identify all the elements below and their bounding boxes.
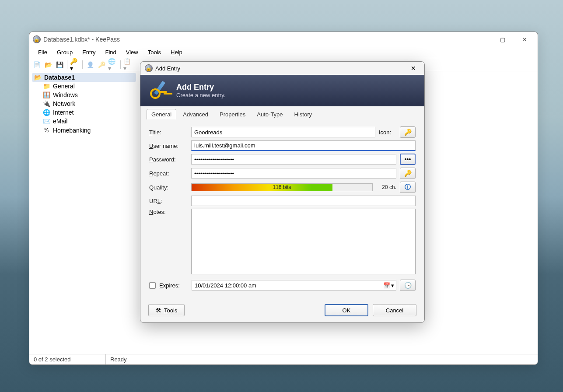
tree-item-label: Windows: [53, 91, 78, 98]
tree-item-label: Network: [53, 100, 75, 107]
folder-open-icon: 📂: [34, 74, 42, 81]
password-field[interactable]: [191, 154, 396, 164]
windows-icon: 🪟: [42, 91, 50, 98]
maximize-button[interactable]: ▢: [493, 33, 512, 46]
tools-icon: 🛠: [156, 307, 161, 314]
cancel-button[interactable]: Cancel: [373, 304, 416, 316]
dialog-close-button[interactable]: ✕: [407, 63, 420, 73]
tab-autotype[interactable]: Auto-Type: [252, 109, 287, 119]
toolbar-copyuser-icon[interactable]: 👤: [85, 60, 95, 70]
label-repeat: Repeat:: [149, 170, 188, 177]
toggle-password-visibility-button[interactable]: •••: [400, 154, 416, 165]
menu-file[interactable]: File: [34, 48, 52, 57]
toolbar-save-icon[interactable]: 💾: [55, 60, 64, 70]
dialog-header-subtitle: Create a new entry.: [176, 92, 225, 98]
label-url: URL:: [149, 198, 188, 204]
toolbar-separator: [120, 60, 121, 69]
ok-button[interactable]: OK: [325, 304, 368, 316]
tree-item-label: Homebanking: [53, 127, 91, 134]
globe-icon: 🌐: [42, 109, 50, 116]
icon-picker-button[interactable]: 🔑: [400, 126, 416, 138]
close-button[interactable]: ✕: [515, 33, 534, 46]
tree-item-label: Internet: [53, 109, 73, 116]
tree-item-email[interactable]: ✉️ eMail: [41, 117, 136, 126]
tree-item-label: eMail: [53, 118, 67, 125]
tree-item-internet[interactable]: 🌐 Internet: [41, 108, 136, 117]
label-password: Password:: [149, 156, 188, 163]
tab-general[interactable]: General: [147, 109, 176, 119]
menubar: File Group Entry Find View Tools Help: [29, 47, 538, 58]
title-field[interactable]: [191, 127, 375, 137]
menu-view[interactable]: View: [122, 48, 143, 57]
dots-icon: •••: [405, 156, 411, 163]
key-icon: 🔑: [404, 129, 412, 136]
main-titlebar: 🔒 Database1.kdbx* - KeePass — ▢ ✕: [29, 32, 538, 47]
quality-bar: 116 bits: [191, 183, 373, 191]
tree-item-general[interactable]: 📁 General: [41, 82, 136, 91]
toolbar-copypass-icon[interactable]: 🔑: [97, 60, 106, 70]
tools-button-label: Tools: [164, 307, 177, 314]
tree-root-label: Database1: [44, 74, 75, 81]
url-field[interactable]: [191, 196, 416, 206]
expires-preset-button[interactable]: 🕒: [400, 280, 416, 291]
minimize-button[interactable]: —: [471, 33, 490, 46]
dialog-tabs: General Advanced Properties Auto-Type Hi…: [140, 106, 424, 119]
quality-char-count: 20 ch.: [376, 184, 396, 190]
dialog-header: Add Entry Create a new entry.: [140, 75, 424, 106]
info-icon: ⓘ: [405, 183, 411, 191]
tree-item-label: General: [53, 83, 75, 90]
key-pencil-icon: [148, 80, 170, 102]
menu-help[interactable]: Help: [166, 48, 187, 57]
keepass-app-icon: 🔒: [33, 35, 41, 43]
toolbar-url-icon[interactable]: 🌐▾: [108, 60, 118, 70]
expires-value: 10/01/2024 12:00:00 am: [195, 282, 256, 289]
expires-checkbox[interactable]: [149, 282, 156, 289]
menu-entry[interactable]: Entry: [78, 48, 100, 57]
tab-history[interactable]: History: [290, 109, 317, 119]
repeat-password-field[interactable]: [191, 168, 396, 178]
label-quality: Quality:: [149, 184, 188, 191]
dialog-footer: 🛠 Tools OK Cancel: [140, 300, 424, 322]
dialog-titlebar: 🔒 Add Entry ✕: [140, 62, 424, 75]
tree-item-windows[interactable]: 🪟 Windows: [41, 91, 136, 99]
mail-icon: ✉️: [42, 118, 50, 125]
tab-advanced[interactable]: Advanced: [178, 109, 213, 119]
menu-tools[interactable]: Tools: [143, 48, 165, 57]
label-expires: Expires:: [159, 282, 188, 289]
status-selection: 0 of 2 selected: [29, 354, 106, 364]
generate-password-button[interactable]: 🔑: [400, 168, 416, 179]
status-ready: Ready.: [106, 354, 132, 364]
username-field[interactable]: [191, 140, 416, 151]
calendar-icon: 📅: [383, 282, 390, 289]
tree-item-network[interactable]: 🔌 Network: [41, 99, 136, 108]
toolbar-copy-icon[interactable]: 📋▾: [123, 60, 133, 70]
label-notes: Notes:: [149, 209, 188, 215]
quality-info-button[interactable]: ⓘ: [400, 182, 416, 193]
notes-field[interactable]: [191, 209, 416, 274]
dialog-header-title: Add Entry: [176, 83, 225, 92]
dialog-title: Add Entry: [155, 65, 180, 72]
toolbar-separator: [82, 60, 83, 69]
add-entry-dialog: 🔒 Add Entry ✕ Add Entry Create a new ent…: [140, 61, 425, 323]
dialog-form: Title: Icon: 🔑 User name: Password: ••• …: [140, 119, 424, 300]
label-icon: Icon:: [379, 129, 396, 136]
menu-find[interactable]: Find: [101, 48, 120, 57]
folder-icon: 📁: [42, 83, 50, 90]
label-username: User name:: [149, 143, 188, 149]
toolbar-new-icon[interactable]: 📄: [32, 60, 42, 70]
statusbar: 0 of 2 selected Ready.: [29, 354, 538, 364]
menu-group[interactable]: Group: [52, 48, 77, 57]
toolbar-open-icon[interactable]: 📂: [43, 60, 53, 70]
percent-icon: ％: [42, 126, 50, 134]
key-gear-icon: 🔑: [404, 170, 412, 177]
tools-button[interactable]: 🛠 Tools: [148, 304, 185, 316]
chevron-down-icon: ▾: [391, 282, 394, 289]
tab-properties[interactable]: Properties: [215, 109, 250, 119]
toolbar-addentry-icon[interactable]: 🔑▾: [70, 60, 80, 70]
expires-datetime-field[interactable]: 10/01/2024 12:00:00 am 📅 ▾: [192, 280, 396, 290]
tree-root[interactable]: 📂 Database1: [32, 73, 136, 82]
clock-icon: 🕒: [404, 282, 412, 289]
toolbar-separator: [67, 60, 67, 69]
lock-icon: 🔒: [145, 64, 153, 72]
tree-item-homebanking[interactable]: ％ Homebanking: [41, 126, 136, 135]
